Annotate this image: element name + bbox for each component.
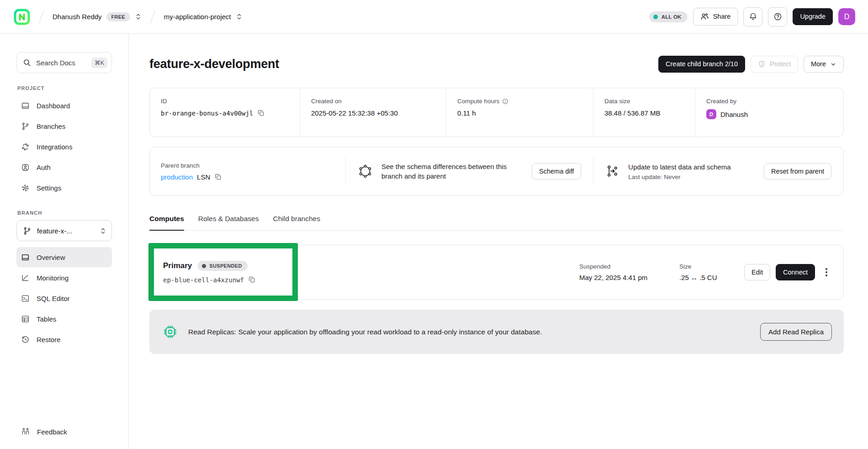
created-on-value: 2025-05-22 15:32:38 +05:30 (311, 109, 435, 117)
sidebar-item-monitoring[interactable]: Monitoring (16, 268, 112, 288)
create-child-branch-button[interactable]: Create child branch 2/10 (658, 56, 745, 73)
sidebar: Search Docs ⌘K PROJECT Dashboard Branche… (0, 34, 129, 449)
sidebar-item-branches[interactable]: Branches (16, 116, 112, 136)
tab-child-branches[interactable]: Child branches (273, 215, 320, 230)
top-header: Dhanush Reddy FREE my-application-projec… (0, 0, 868, 34)
feedback-label: Feedback (37, 428, 67, 436)
project-section-label: PROJECT (17, 85, 112, 91)
org-name: Dhanush Reddy (53, 13, 102, 21)
compute-status-label: SUSPENDED (209, 263, 242, 269)
branch-id-value: br-orange-bonus-a4v00wjl (161, 110, 253, 117)
copy-icon[interactable] (257, 109, 265, 117)
lsn-label: LSN (197, 173, 210, 181)
branch-meta-card: ID br-orange-bonus-a4v00wjl Created on 2… (149, 88, 844, 137)
compute-hours-value: 0.11 h (457, 109, 582, 117)
more-button[interactable]: More (804, 56, 844, 73)
gear-icon (21, 184, 30, 192)
org-switcher[interactable]: Dhanush Reddy FREE (53, 12, 142, 21)
compute-name: Primary (163, 261, 192, 270)
status-dot-icon (653, 15, 658, 19)
parent-branch-block: Parent branch production LSN (150, 162, 345, 181)
add-read-replica-button[interactable]: Add Read Replica (760, 323, 832, 341)
git-branch-icon (23, 227, 32, 235)
suspended-value: May 22, 2025 4:41 pm (579, 274, 664, 281)
chevron-updown-icon (135, 13, 142, 20)
sql-editor-icon (21, 294, 30, 303)
sidebar-item-settings[interactable]: Settings (16, 178, 112, 198)
parent-branch-card: Parent branch production LSN See the sch… (149, 147, 844, 196)
search-docs-input[interactable]: Search Docs ⌘K (16, 52, 112, 73)
sidebar-item-dashboard[interactable]: Dashboard (16, 95, 112, 116)
parent-branch-link[interactable]: production (161, 173, 193, 181)
data-size-label: Data size (604, 98, 684, 105)
help-icon (773, 12, 782, 21)
status-badge[interactable]: ALL OK (649, 11, 688, 22)
sidebar-item-tables[interactable]: Tables (16, 309, 112, 329)
protect-button[interactable]: Protect (751, 56, 798, 73)
sidebar-item-restore[interactable]: Restore (16, 329, 112, 349)
schema-diff-button[interactable]: Schema diff (532, 163, 581, 180)
sidebar-item-integrations[interactable]: Integrations (16, 137, 112, 157)
branch-selector[interactable]: feature-x-... (16, 220, 112, 241)
chevron-down-icon (830, 61, 836, 68)
upgrade-button[interactable]: Upgrade (793, 8, 833, 25)
tab-roles-databases[interactable]: Roles & Databases (198, 215, 259, 230)
protect-label: Protect (770, 60, 791, 68)
neon-logo[interactable] (14, 9, 30, 25)
edit-button[interactable]: Edit (744, 264, 770, 281)
created-by-value: Dhanush (720, 111, 748, 118)
project-switcher[interactable]: my-application-project (164, 13, 243, 21)
meta-data-size: Data size 38.48 / 536.87 MB (593, 88, 695, 137)
read-replicas-banner: Read Replicas: Scale your application by… (149, 310, 844, 354)
suspended-label: Suspended (579, 263, 664, 270)
feedback-icon (21, 427, 30, 436)
git-branch-icon (21, 122, 30, 131)
created-by-label: Created by (706, 98, 832, 105)
sidebar-item-label: Restore (37, 336, 61, 343)
tab-computes[interactable]: Computes (149, 215, 184, 230)
parent-branch-label: Parent branch (161, 162, 334, 169)
connect-button[interactable]: Connect (776, 264, 815, 281)
main-content: feature-x-development Create child branc… (129, 34, 868, 449)
sidebar-item-auth[interactable]: Auth (16, 157, 112, 177)
branch-selector-value: feature-x-... (37, 227, 72, 235)
creator-avatar: D (706, 109, 716, 119)
compute-endpoint: ep-blue-cell-a4xzunwf (163, 276, 244, 284)
sidebar-item-overview[interactable]: Overview (16, 247, 112, 267)
info-icon[interactable] (502, 98, 508, 105)
schema-diff-description: See the schema differences between this … (381, 162, 523, 181)
sidebar-item-sql-editor[interactable]: SQL Editor (16, 288, 112, 308)
share-icon (700, 12, 709, 21)
meta-created-on: Created on 2025-05-22 15:32:38 +05:30 (300, 88, 446, 137)
copy-icon[interactable] (214, 173, 222, 181)
share-button[interactable]: Share (693, 8, 738, 26)
share-label: Share (713, 13, 731, 21)
user-avatar[interactable]: D (838, 8, 855, 25)
schema-icon (358, 164, 373, 179)
compute-menu-button[interactable] (820, 264, 832, 280)
reset-description-block: Update to latest data and schema Last up… (628, 162, 736, 180)
overview-icon (21, 253, 30, 262)
sidebar-item-label: Dashboard (37, 102, 70, 110)
page-title: feature-x-development (149, 57, 279, 71)
sidebar-item-label: SQL Editor (37, 295, 70, 302)
copy-icon[interactable] (248, 276, 256, 284)
chip-icon (163, 324, 178, 339)
size-label: Size (679, 263, 729, 270)
meta-id: ID br-orange-bonus-a4v00wjl (150, 88, 300, 137)
notifications-button[interactable] (743, 7, 762, 26)
reset-from-parent-block: Update to latest data and schema Last up… (593, 162, 843, 180)
last-update-note: Last update: Never (628, 174, 736, 180)
search-icon (23, 58, 31, 67)
shield-icon (758, 60, 766, 68)
tables-icon (21, 315, 30, 323)
id-label: ID (161, 98, 289, 105)
data-size-value: 38.48 / 536.87 MB (604, 109, 684, 117)
sidebar-item-feedback[interactable]: Feedback (21, 427, 67, 436)
reset-from-parent-button[interactable]: Reset from parent (764, 163, 831, 180)
meta-created-by: Created by D Dhanush (695, 88, 843, 137)
compute-status-badge: SUSPENDED (198, 261, 247, 271)
meta-compute-hours: Compute hours 0.11 h (446, 88, 593, 137)
help-button[interactable] (768, 7, 787, 26)
chevron-updown-icon (100, 227, 106, 234)
